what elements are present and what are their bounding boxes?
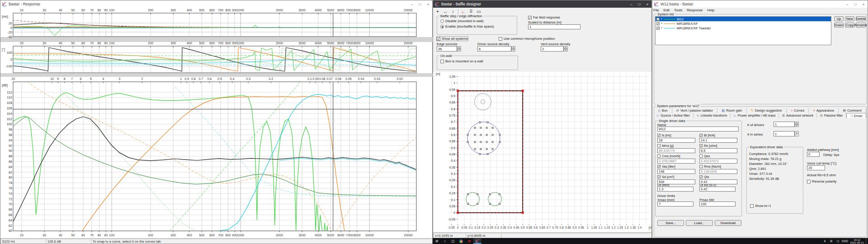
radio-enable-freespace[interactable]: Enable (box/baffle in free space) xyxy=(440,24,494,28)
response-charts[interactable]: 200-20-402030405060708090100200300400500… xyxy=(0,8,433,239)
rename-button[interactable]: Rename xyxy=(856,23,866,28)
opera-icon[interactable]: O xyxy=(465,238,473,244)
param-input[interactable]: 5.1981698 xyxy=(699,169,737,174)
le-loc-input[interactable]: 0.42 xyxy=(699,187,736,192)
menu-edit[interactable]: Edit xyxy=(664,8,670,12)
close-icon[interactable]: × xyxy=(643,0,651,8)
download-button[interactable]: Download xyxy=(715,220,741,226)
delete-button[interactable]: Delete xyxy=(856,16,866,21)
basta-icon[interactable] xyxy=(473,238,481,244)
baffle-canvas[interactable]: -0.0500.050.10.150.20.250.30.350.40.450.… xyxy=(433,72,651,233)
minimize-icon[interactable]: – xyxy=(627,0,635,8)
tab-vent-passive-radiator[interactable]: ⇄Vent / passive radiator xyxy=(672,108,718,113)
xmax-input[interactable]: 7 xyxy=(657,202,693,206)
param-checkbox[interactable] xyxy=(699,165,703,168)
le-input[interactable]: 1.3 xyxy=(657,187,693,192)
tab-appearance[interactable]: ≡Appearance xyxy=(809,108,839,113)
radio-disable-inwall[interactable]: Disable (mounted in-wall) xyxy=(440,19,484,23)
tab-curves[interactable]: ≈Curves xyxy=(787,108,809,113)
scaled-distance-input[interactable]: 1 xyxy=(528,24,580,29)
param-checkbox[interactable]: ✓ xyxy=(699,175,703,178)
param-input[interactable]: 28 xyxy=(657,138,695,143)
driver-name-input[interactable]: W12 xyxy=(657,127,739,131)
in-series-dropdown[interactable]: 1▼ xyxy=(774,131,799,136)
show-all-systems-checkbox[interactable]: ✓Show all systems xyxy=(437,37,468,41)
minimize-icon[interactable]: – xyxy=(408,0,416,8)
baffle-titlebar[interactable]: Basta! - Baffle designer – □ × xyxy=(433,0,651,8)
tab-linkwitz-transform[interactable]: ∿Linkwitz transform xyxy=(693,113,731,118)
param-checkbox[interactable]: ✓ xyxy=(699,144,703,147)
svg-text:0.2: 0.2 xyxy=(482,226,486,229)
tab-passive-filter[interactable]: ⊟Passive filter xyxy=(817,113,846,118)
tab-comment[interactable]: ▤Comment xyxy=(839,108,866,113)
load-button[interactable]: Load... xyxy=(686,220,712,226)
menu-help[interactable]: Help xyxy=(707,8,714,12)
close-icon[interactable]: × xyxy=(859,0,868,8)
vent-density-spinner[interactable]: 2▲▼ xyxy=(541,46,568,52)
system-list-item[interactable]: ✓*W12 xyxy=(656,17,831,21)
system-list-item[interactable]: ✓*MR18REX/XF Tweeter xyxy=(656,26,831,30)
param-input[interactable]: 0.37819867 xyxy=(657,159,695,164)
pmax-input[interactable]: 100 xyxy=(699,202,736,206)
system-checkbox[interactable]: ✓ xyxy=(656,18,660,21)
main-titlebar[interactable]: W12.basta - Basta! – □ × xyxy=(652,0,868,8)
maximize-icon[interactable]: □ xyxy=(416,0,424,8)
copy-button[interactable]: Copy xyxy=(845,23,854,28)
search-icon[interactable]: ○ xyxy=(441,238,449,244)
maximize-icon[interactable]: □ xyxy=(635,0,643,8)
chrome-icon[interactable] xyxy=(457,238,465,244)
system-checkbox[interactable]: ✓ xyxy=(656,27,660,30)
edge-sources-spinner[interactable]: 36▲▼ xyxy=(437,46,461,52)
tab-room-gain[interactable]: ▧Room gain xyxy=(717,108,746,113)
response-titlebar[interactable]: Basta! - Response – □ × xyxy=(0,0,432,8)
param-checkbox[interactable] xyxy=(657,144,660,147)
tab-driver[interactable]: ◁Driver xyxy=(846,113,866,118)
up-button[interactable]: Up xyxy=(834,16,844,21)
param-checkbox[interactable]: ✓ xyxy=(657,175,660,178)
system-checkbox[interactable]: ✓ xyxy=(656,22,660,25)
num-drivers-spinner[interactable]: 1▲▼ xyxy=(774,122,799,127)
maximize-icon[interactable]: □ xyxy=(851,0,859,8)
param-input[interactable]: 0.49137972 xyxy=(699,159,737,164)
param-checkbox[interactable]: ✓ xyxy=(657,134,660,137)
param-checkbox[interactable]: ✓ xyxy=(699,134,703,137)
tab-advanced-network[interactable]: ⊞Advanced network xyxy=(779,113,817,118)
close-icon[interactable]: × xyxy=(424,0,432,8)
new-button[interactable]: New xyxy=(845,16,854,21)
param-checkbox[interactable]: ✓ xyxy=(657,165,660,168)
menu-file[interactable]: File xyxy=(653,8,659,12)
menu-response[interactable]: Response xyxy=(687,8,703,12)
far-field-checkbox[interactable]: ✓Far field response xyxy=(528,15,560,19)
tab-design-suggestion[interactable]: ✎Design suggestion xyxy=(747,108,787,113)
tab-box[interactable]: ◻Box xyxy=(654,108,672,113)
show-desktop-button[interactable] xyxy=(866,238,867,244)
down-button[interactable]: Down xyxy=(834,23,844,28)
box-on-wall-checkbox[interactable]: Box is mounted on a wall xyxy=(440,59,483,63)
driver-density-spinner[interactable]: 6▲▼ xyxy=(477,46,515,52)
param-input[interactable]: 85.428779 xyxy=(657,148,695,153)
save-button[interactable]: Save... xyxy=(657,220,684,226)
show-kr-checkbox[interactable]: Show kr=1 xyxy=(750,204,771,208)
tab-power-amplifier-ae-bass[interactable]: ▷Power amplifier / AE-bass xyxy=(731,113,779,118)
system-list-item[interactable]: ✓*MR18REX/XF xyxy=(656,21,831,26)
use-common-mic-checkbox[interactable]: Use common microphone position xyxy=(499,37,555,41)
clock[interactable]: 19:12 2021-05-21 xyxy=(850,239,864,244)
task-view-icon[interactable]: ◫ xyxy=(449,238,457,244)
minimize-icon[interactable]: – xyxy=(843,0,851,8)
vc-temp-input[interactable]: 20 xyxy=(807,165,825,170)
tab-source-active-filter[interactable]: ▷Source / Active filter xyxy=(654,113,693,118)
language-indicator[interactable]: SWE xyxy=(841,239,848,243)
param-input[interactable]: 198 xyxy=(657,169,695,174)
param-checkbox[interactable] xyxy=(699,155,703,158)
added-pathway-input[interactable]: 0 xyxy=(807,152,820,157)
system-list[interactable]: ✓*W12✓*MR18REX/XF✓*MR18REX/XF Tweeter xyxy=(655,16,831,45)
tray-chevron-icon[interactable]: ∧ xyxy=(822,238,827,244)
reverse-polarity-checkbox[interactable]: Reverse polarity xyxy=(807,179,836,183)
param-checkbox[interactable] xyxy=(657,155,660,158)
param-input[interactable]: 14.1 xyxy=(699,138,737,143)
network-icon[interactable]: ≋ xyxy=(829,238,833,244)
start-icon[interactable]: ⊞ xyxy=(433,238,441,244)
menu-tools[interactable]: Tools xyxy=(674,8,682,12)
param-input[interactable]: 6.5 xyxy=(699,148,737,153)
volume-icon[interactable]: ◁ xyxy=(835,238,840,244)
